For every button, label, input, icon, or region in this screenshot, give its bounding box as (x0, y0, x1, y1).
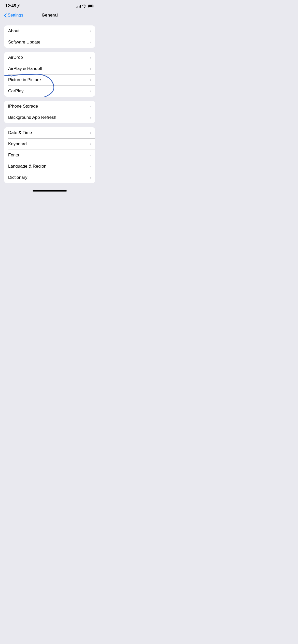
keyboard-label: Keyboard (8, 141, 27, 147)
language-region-row[interactable]: Language & Region › (4, 161, 95, 172)
back-chevron-icon (4, 13, 7, 18)
date-time-row[interactable]: Date & Time › (4, 127, 95, 138)
status-bar: 12:45 (0, 0, 99, 11)
background-app-refresh-row[interactable]: Background App Refresh › (4, 112, 95, 123)
section-4: Date & Time › Keyboard › Fonts › Languag… (4, 127, 95, 183)
nav-bar: Settings General (0, 11, 99, 21)
background-app-refresh-label: Background App Refresh (8, 115, 56, 120)
about-label: About (8, 28, 19, 34)
software-update-label: Software Update (8, 40, 40, 45)
home-indicator (0, 188, 99, 193)
date-time-chevron-icon: › (90, 131, 91, 135)
carplay-row[interactable]: CarPlay › (4, 85, 95, 97)
fonts-row[interactable]: Fonts › (4, 150, 95, 161)
section-1: About › Software Update › (4, 25, 95, 48)
back-button[interactable]: Settings (4, 13, 23, 18)
dictionary-row[interactable]: Dictionary › (4, 172, 95, 183)
carplay-label: CarPlay (8, 89, 23, 94)
status-time: 12:45 (5, 4, 20, 9)
page-title: General (42, 13, 58, 18)
dictionary-chevron-icon: › (90, 175, 91, 180)
location-arrow-icon (17, 5, 20, 8)
about-row[interactable]: About › (4, 25, 95, 37)
software-update-row[interactable]: Software Update › (4, 37, 95, 48)
picture-in-picture-chevron-icon: › (90, 78, 91, 82)
picture-in-picture-row[interactable]: Picture in Picture › (4, 74, 95, 85)
dictionary-label: Dictionary (8, 175, 28, 180)
battery-icon (88, 5, 94, 8)
airdrop-row[interactable]: AirDrop › (4, 52, 95, 63)
fonts-chevron-icon: › (90, 153, 91, 157)
iphone-storage-row[interactable]: iPhone Storage › (4, 101, 95, 112)
keyboard-row[interactable]: Keyboard › (4, 138, 95, 150)
section-3: iPhone Storage › Background App Refresh … (4, 101, 95, 123)
carplay-chevron-icon: › (90, 89, 91, 93)
status-icons (76, 5, 94, 8)
svg-rect-1 (88, 5, 92, 7)
iphone-storage-chevron-icon: › (90, 104, 91, 108)
airdrop-chevron-icon: › (90, 55, 91, 60)
background-app-refresh-chevron-icon: › (90, 115, 91, 120)
language-region-label: Language & Region (8, 164, 46, 169)
fonts-label: Fonts (8, 153, 19, 158)
about-chevron-icon: › (90, 29, 91, 33)
home-bar (33, 190, 67, 192)
section-2: AirDrop › AirPlay & Handoff › Picture in… (4, 52, 95, 97)
airdrop-label: AirDrop (8, 55, 23, 60)
back-label: Settings (8, 13, 23, 18)
keyboard-chevron-icon: › (90, 142, 91, 146)
airplay-handoff-chevron-icon: › (90, 67, 91, 71)
signal-icon (76, 5, 81, 8)
date-time-label: Date & Time (8, 130, 32, 135)
wifi-icon (82, 5, 86, 8)
iphone-storage-label: iPhone Storage (8, 104, 38, 109)
language-region-chevron-icon: › (90, 164, 91, 168)
picture-in-picture-label: Picture in Picture (8, 77, 41, 82)
airplay-handoff-row[interactable]: AirPlay & Handoff › (4, 63, 95, 74)
software-update-chevron-icon: › (90, 40, 91, 44)
airplay-handoff-label: AirPlay & Handoff (8, 66, 42, 71)
time-label: 12:45 (5, 4, 16, 9)
